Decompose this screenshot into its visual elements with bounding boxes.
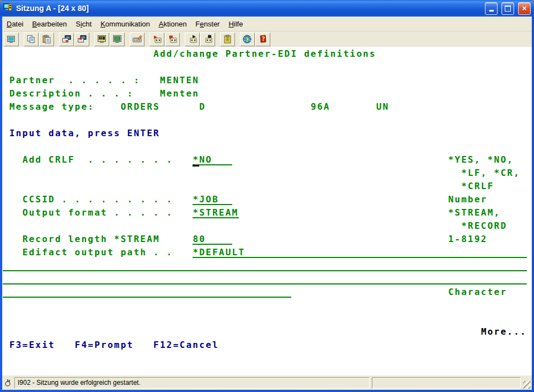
toolbar-button-record-macro-icon[interactable] (149, 33, 164, 46)
terminal-text: Add CRLF . . . . . . . (23, 154, 173, 165)
terminal-input-field[interactable]: *JOB (193, 194, 232, 205)
terminal-input-field[interactable] (3, 273, 527, 284)
toolbar-button-keyboard-remap-icon[interactable] (130, 33, 145, 46)
minimize-button[interactable] (485, 2, 498, 15)
terminal-input-field[interactable]: *DEFAULT (193, 246, 527, 258)
terminal-text: *CRLF (461, 180, 494, 192)
terminal-input-field[interactable] (3, 260, 527, 271)
receive-file-icon (77, 35, 87, 44)
copy-icon (26, 35, 36, 44)
svg-text:?: ? (261, 36, 265, 42)
terminal-session-icon (3, 3, 13, 14)
toolbar-button-display-sessions-icon[interactable] (110, 33, 125, 46)
toolbar-button-help-icon[interactable]: ? (255, 33, 270, 46)
play-macro-icon (188, 35, 197, 44)
window-title: Sitzung A - [24 x 80] (16, 4, 481, 13)
close-button[interactable]: ✕ (518, 2, 531, 15)
terminal-text: *LF, *CR, (461, 167, 520, 179)
terminal-text: *YES, *NO, (448, 154, 514, 165)
record-macro-icon (152, 35, 162, 44)
display-setup-icon (97, 35, 106, 44)
maximize-button[interactable] (501, 2, 514, 15)
terminal-input-field[interactable]: *NO (193, 154, 232, 165)
paste-icon (42, 35, 51, 44)
terminal-text: Message type: (9, 101, 94, 112)
toolbar-button-send-file-icon[interactable] (59, 33, 74, 46)
resize-grip[interactable] (523, 381, 531, 389)
toolbar-button-play-macro-icon[interactable] (185, 33, 200, 46)
terminal-text: Number (448, 194, 488, 205)
terminal-text: Character (448, 286, 508, 298)
titlebar[interactable]: Sitzung A - [24 x 80] ✕ (0, 0, 534, 17)
send-file-icon (62, 35, 72, 44)
terminal-input-field[interactable] (3, 286, 291, 298)
menu-item-datei[interactable]: Datei (2, 18, 28, 30)
terminal-text: *RECORD (461, 220, 507, 232)
menu-item-fenster[interactable]: Fenster (191, 18, 224, 30)
terminal-text: Description . . . : (9, 88, 134, 99)
menu-item-sicht[interactable]: Sicht (71, 18, 96, 30)
terminal-text: Add/change Partner-EDI definitions (153, 48, 376, 60)
toolbar-button-clipboard-icon[interactable] (220, 33, 235, 46)
terminal-text: More... (481, 326, 527, 337)
terminal-text: 96A (311, 101, 330, 112)
quit-macro-icon (203, 35, 213, 44)
terminal-text: Input data, press ENTER (9, 127, 160, 139)
toolbar-button-paste-icon[interactable] (39, 33, 54, 46)
toolbar-button-receive-file-icon[interactable] (74, 33, 89, 46)
connection-icon (3, 378, 12, 387)
menubar: DateiBearbeitenSichtKommunikationAktione… (2, 17, 532, 31)
keyboard-remap-icon (132, 35, 142, 44)
terminal-text: D (199, 101, 206, 112)
terminal-cursor (193, 165, 199, 167)
toolbar-button-copy-icon[interactable] (24, 33, 39, 46)
terminal-input-field[interactable]: 80 (193, 233, 232, 245)
svg-text:?: ? (245, 37, 249, 43)
application-window: Sitzung A - [24 x 80] ✕ DateiBearbeitenS… (0, 0, 534, 392)
terminal-text: Menten (160, 88, 199, 99)
terminal-text: UN (376, 101, 389, 112)
statusbar: I902 - Sitzung wurde erfolgreich gestart… (2, 375, 532, 390)
terminal-text: Record length *STREAM (23, 233, 160, 245)
web-help-icon: ? (243, 35, 252, 44)
terminal-input-field[interactable]: *STREAM (193, 207, 238, 218)
menu-item-bearbeiten[interactable]: Bearbeiten (28, 18, 71, 30)
new-session-icon (7, 35, 16, 44)
terminal-text: ORDERS (121, 101, 160, 112)
toolbar-button-stop-record-icon[interactable] (165, 33, 180, 46)
terminal-text: CCSID . . . . . . . . . (23, 194, 173, 205)
terminal-text: F3=Exit F4=Prompt F12=Cancel (9, 339, 219, 351)
clipboard-icon (223, 35, 232, 44)
display-sessions-icon (113, 35, 122, 44)
terminal-text: Partner . . . . . : (9, 74, 140, 86)
help-icon: ? (259, 35, 268, 44)
menu-item-kommunikation[interactable]: Kommunikation (96, 18, 154, 30)
terminal-text: Edifact output path . . (23, 246, 173, 258)
toolbar-button-new-session-icon[interactable] (4, 33, 19, 46)
terminal-screen[interactable]: Add/change Partner-EDI definitionsPartne… (2, 47, 532, 375)
toolbar: ?? (2, 31, 532, 47)
status-message: I902 - Sitzung wurde erfolgreich gestart… (18, 379, 141, 386)
toolbar-button-web-help-icon[interactable]: ? (240, 33, 255, 46)
terminal-text: Output format . . . . . (23, 207, 173, 218)
status-message-panel: I902 - Sitzung wurde erfolgreich gestart… (14, 377, 370, 389)
stop-record-icon (168, 35, 178, 44)
terminal-text: MENTEN (160, 74, 199, 86)
terminal-text: *STREAM, (448, 207, 501, 218)
status-extra-panel (372, 377, 521, 389)
toolbar-button-quit-macro-icon[interactable] (200, 33, 215, 46)
terminal-text: 1-8192 (448, 233, 488, 245)
menu-item-aktionen[interactable]: Aktionen (154, 18, 191, 30)
menu-item-hilfe[interactable]: Hilfe (224, 18, 247, 30)
toolbar-button-display-setup-icon[interactable] (94, 33, 109, 46)
